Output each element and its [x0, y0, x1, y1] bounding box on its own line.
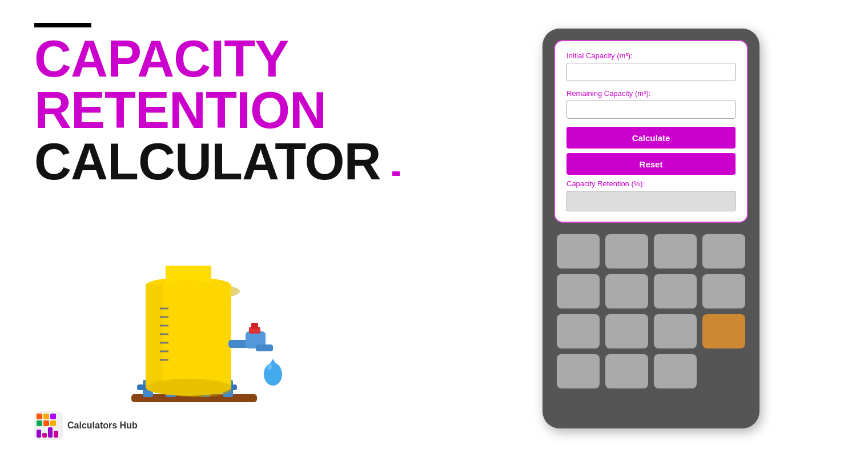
svg-rect-41: [54, 431, 58, 438]
result-label: Capacity Retention (%):: [566, 179, 736, 188]
calculate-button[interactable]: Calculate: [566, 127, 736, 149]
key-11[interactable]: [654, 314, 697, 348]
title-line2: RETENTION: [34, 85, 400, 136]
key-12[interactable]: [557, 354, 600, 388]
initial-capacity-label: Initial Capacity (m³):: [566, 51, 736, 60]
svg-rect-38: [37, 430, 41, 438]
title-line3: CALCULATOR: [34, 136, 400, 187]
key-6[interactable]: [605, 274, 648, 308]
calculator-device: Initial Capacity (m³): Remaining Capacit…: [542, 29, 760, 428]
key-3[interactable]: [654, 234, 697, 268]
svg-rect-37: [50, 420, 56, 426]
key-13[interactable]: [605, 354, 648, 388]
key-2[interactable]: [605, 234, 648, 268]
initial-capacity-input[interactable]: [566, 63, 736, 81]
svg-rect-11: [146, 284, 163, 387]
logo-icon: [34, 411, 63, 440]
left-section: CAPACITY RETENTION CALCULATOR: [0, 0, 434, 457]
svg-rect-35: [37, 420, 42, 426]
calculator-screen: Initial Capacity (m³): Remaining Capacit…: [554, 40, 748, 223]
logo-area: Calculators Hub: [34, 411, 138, 440]
svg-rect-40: [48, 427, 53, 438]
calculator-keypad: [554, 231, 748, 391]
key-orange-1[interactable]: [702, 314, 745, 348]
key-10[interactable]: [605, 314, 648, 348]
title-underline: [392, 171, 400, 176]
key-4[interactable]: [702, 234, 745, 268]
tank-illustration: [114, 240, 308, 423]
svg-rect-32: [37, 414, 42, 419]
initial-capacity-group: Initial Capacity (m³):: [566, 51, 736, 81]
svg-rect-39: [42, 433, 47, 438]
svg-rect-27: [251, 323, 258, 328]
title-accent-line: [34, 23, 91, 27]
reset-button[interactable]: Reset: [566, 153, 736, 175]
logo-text: Calculators Hub: [67, 420, 138, 431]
svg-rect-25: [256, 344, 273, 351]
key-9[interactable]: [557, 314, 600, 348]
key-1[interactable]: [557, 234, 600, 268]
title-line1: CAPACITY: [34, 33, 400, 85]
svg-rect-36: [43, 420, 49, 426]
svg-rect-34: [50, 414, 56, 419]
remaining-capacity-group: Remaining Capacity (m³):: [566, 89, 736, 119]
svg-point-15: [166, 280, 211, 291]
svg-rect-33: [43, 414, 49, 419]
key-8[interactable]: [702, 274, 745, 308]
svg-point-30: [267, 363, 272, 370]
remaining-capacity-input[interactable]: [566, 101, 736, 119]
remaining-capacity-label: Remaining Capacity (m³):: [566, 89, 736, 98]
result-input: [566, 191, 736, 211]
result-group: Capacity Retention (%):: [566, 179, 736, 211]
key-7[interactable]: [654, 274, 697, 308]
svg-point-12: [146, 379, 231, 396]
key-14[interactable]: [654, 354, 697, 388]
right-section: Initial Capacity (m³): Remaining Capacit…: [434, 0, 868, 457]
key-5[interactable]: [557, 274, 600, 308]
